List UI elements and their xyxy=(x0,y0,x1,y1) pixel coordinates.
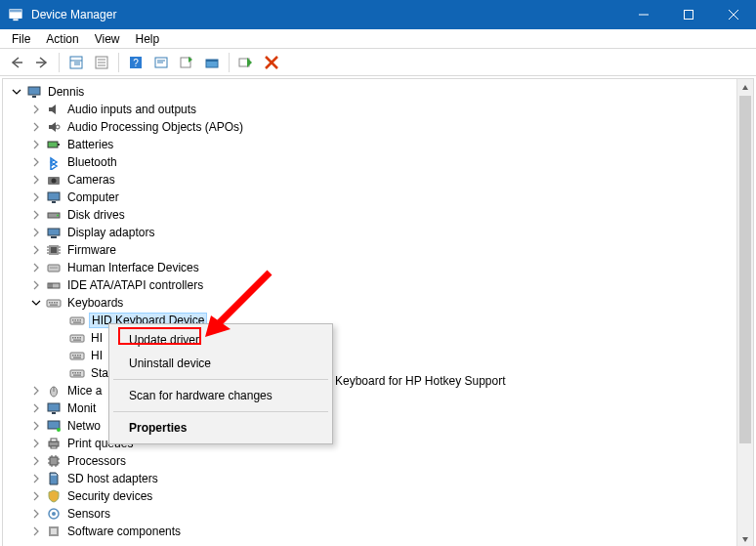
caret-icon[interactable] xyxy=(30,438,42,449)
svg-point-51 xyxy=(52,267,53,268)
maximize-button[interactable] xyxy=(666,0,711,29)
tree-category[interactable]: Disk drives xyxy=(7,206,753,224)
scroll-thumb[interactable] xyxy=(739,96,751,443)
svg-rect-68 xyxy=(73,322,81,323)
caret-icon[interactable] xyxy=(30,156,42,168)
caret-icon[interactable] xyxy=(30,473,42,484)
caret-icon[interactable] xyxy=(30,525,42,537)
tree-category[interactable]: Sensors xyxy=(7,505,753,523)
svg-rect-32 xyxy=(58,144,60,146)
tree-category[interactable]: Cameras xyxy=(7,171,753,189)
close-button[interactable] xyxy=(711,0,756,29)
context-separator xyxy=(113,379,328,380)
tree-category[interactable]: Display adaptors xyxy=(7,224,753,241)
svg-rect-70 xyxy=(72,337,74,339)
tree-category[interactable]: Audio inputs and outputs xyxy=(7,101,753,118)
category-icon xyxy=(46,154,62,170)
context-properties[interactable]: Properties xyxy=(111,416,330,440)
svg-rect-1 xyxy=(10,10,21,13)
category-icon xyxy=(46,260,62,275)
caret-icon[interactable] xyxy=(11,86,22,98)
enable-button[interactable] xyxy=(235,52,257,73)
caret-icon[interactable] xyxy=(30,402,42,414)
menu-file[interactable]: File xyxy=(4,30,38,48)
category-label: Computer xyxy=(65,190,121,204)
context-menu: Update driver Uninstall device Scan for … xyxy=(108,323,333,444)
tree-category[interactable]: Batteries xyxy=(7,136,753,153)
category-icon xyxy=(46,453,62,469)
disable-button[interactable] xyxy=(261,52,282,73)
category-icon xyxy=(46,207,62,223)
context-uninstall-device[interactable]: Uninstall device xyxy=(111,352,330,375)
svg-rect-82 xyxy=(72,372,74,374)
caret-icon[interactable] xyxy=(30,209,42,221)
svg-rect-91 xyxy=(48,421,60,429)
menu-view[interactable]: View xyxy=(87,30,128,48)
tree-category[interactable]: Keyboards xyxy=(7,294,753,312)
uninstall-button[interactable] xyxy=(201,52,223,73)
tree-category[interactable]: Audio Processing Objects (APOs) xyxy=(7,118,753,136)
caret-icon[interactable] xyxy=(30,191,42,203)
svg-rect-39 xyxy=(48,229,60,235)
caret-icon[interactable] xyxy=(30,262,42,273)
menubar: File Action View Help xyxy=(0,29,756,49)
vertical-scrollbar[interactable] xyxy=(736,79,753,546)
menu-help[interactable]: Help xyxy=(128,30,168,48)
help-button[interactable]: ? xyxy=(125,52,147,73)
caret-icon[interactable] xyxy=(30,227,42,238)
caret-icon[interactable] xyxy=(30,104,42,115)
svg-rect-61 xyxy=(57,302,59,304)
svg-rect-72 xyxy=(77,337,79,339)
context-update-driver[interactable]: Update driver xyxy=(111,328,330,352)
caret-icon[interactable] xyxy=(30,279,42,291)
tree-category[interactable]: Computer xyxy=(7,189,753,206)
caret-icon[interactable] xyxy=(30,139,42,150)
tree-category[interactable]: Firmware xyxy=(7,241,753,259)
svg-rect-85 xyxy=(80,372,82,374)
window-title: Device Manager xyxy=(31,8,116,21)
scroll-down-button[interactable] xyxy=(737,530,753,546)
svg-rect-66 xyxy=(77,319,79,321)
caret-icon[interactable] xyxy=(30,455,42,467)
device-label: HI xyxy=(89,349,105,362)
scroll-track[interactable] xyxy=(737,96,753,530)
caret-icon[interactable] xyxy=(30,121,42,133)
svg-rect-80 xyxy=(73,357,81,358)
tree-category[interactable]: SD host adapters xyxy=(7,470,753,487)
caret-icon[interactable] xyxy=(30,420,42,432)
tree-category[interactable]: Security devices xyxy=(7,487,753,505)
tree-category[interactable]: Software components xyxy=(7,523,753,540)
category-icon xyxy=(46,242,62,258)
menu-action[interactable]: Action xyxy=(38,30,86,48)
caret-icon[interactable] xyxy=(30,385,42,397)
category-icon xyxy=(46,225,62,240)
context-scan-hardware[interactable]: Scan for hardware changes xyxy=(111,384,330,407)
category-label: Security devices xyxy=(65,489,154,503)
category-icon xyxy=(46,471,62,486)
svg-point-53 xyxy=(56,267,57,268)
caret-icon[interactable] xyxy=(30,490,42,502)
category-label: Monit xyxy=(65,401,98,415)
scroll-up-button[interactable] xyxy=(737,79,753,96)
tree-category[interactable]: Bluetooth xyxy=(7,153,753,171)
caret-icon[interactable] xyxy=(30,508,42,520)
category-icon xyxy=(46,418,62,434)
caret-icon[interactable] xyxy=(30,297,42,309)
tree-category[interactable]: Processors xyxy=(7,452,753,470)
svg-rect-86 xyxy=(73,375,81,376)
svg-rect-31 xyxy=(48,142,58,147)
properties-button[interactable] xyxy=(91,52,112,73)
category-icon xyxy=(46,436,62,451)
caret-icon[interactable] xyxy=(30,174,42,186)
caret-icon[interactable] xyxy=(30,244,42,256)
forward-button[interactable] xyxy=(31,52,53,73)
minimize-button[interactable] xyxy=(621,0,666,29)
tree-root[interactable]: Dennis xyxy=(7,83,753,101)
tree-category[interactable]: Human Interface Devices xyxy=(7,259,753,276)
show-hidden-button[interactable] xyxy=(65,52,87,73)
tree-category[interactable]: IDE ATA/ATAPI controllers xyxy=(7,276,753,294)
back-button[interactable] xyxy=(6,52,27,73)
scan-button[interactable] xyxy=(150,52,172,73)
svg-rect-36 xyxy=(52,201,56,203)
update-driver-button[interactable] xyxy=(176,52,197,73)
